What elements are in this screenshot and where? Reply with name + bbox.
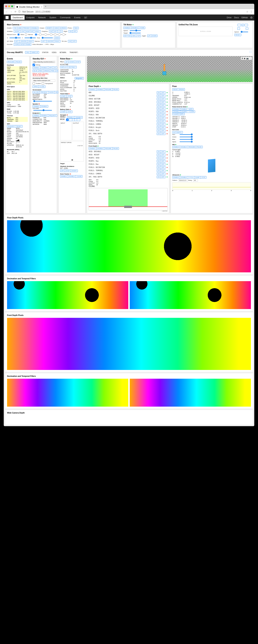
tilt-motor-enable[interactable]: ENABLE bbox=[124, 26, 131, 29]
toggle-on[interactable]: ON bbox=[157, 94, 161, 97]
color-pink[interactable]: PINK bbox=[50, 70, 55, 72]
more-icon[interactable]: ⋯ bbox=[249, 57, 251, 60]
kickstand-deploy[interactable]: DEPLOY bbox=[60, 66, 68, 68]
output-h264[interactable]: H264 bbox=[54, 27, 59, 29]
close-window[interactable] bbox=[5, 6, 7, 7]
floor-resume[interactable]: RESUME bbox=[104, 88, 112, 91]
endpoint-enable[interactable]: ENABLE bbox=[32, 114, 40, 117]
graphics-on[interactable]: ON bbox=[49, 30, 53, 32]
new-tab-button[interactable]: + bbox=[45, 5, 46, 8]
toggle-on[interactable]: ON bbox=[157, 110, 161, 113]
floor-enable[interactable]: ENABLE bbox=[88, 88, 96, 91]
url-text[interactable]: 10.0.1.23:8080 bbox=[35, 10, 244, 13]
ultrasonic-cycle[interactable]: CYCLE bbox=[188, 176, 194, 178]
toggle-off[interactable]: OFF bbox=[161, 157, 166, 159]
zoom-1[interactable] bbox=[35, 33, 37, 36]
wifi-request[interactable]: REQUEST bbox=[7, 125, 16, 128]
pole-down[interactable]: DOWN bbox=[68, 61, 75, 63]
color-green[interactable]: GREEN bbox=[43, 70, 50, 72]
debug-disable[interactable]: DISABLE bbox=[40, 66, 48, 69]
chrome-debug-link[interactable]: Debug with Chrome: 10.0.1.23:5555 bbox=[32, 73, 55, 76]
volume-slider[interactable] bbox=[33, 110, 52, 110]
tilt-motor-disable[interactable]: DISABLE bbox=[131, 26, 139, 29]
antialias-low[interactable]: LOW bbox=[20, 30, 25, 32]
toggle-off[interactable]: OFF bbox=[161, 117, 166, 119]
zoom-narrow-radio[interactable] bbox=[25, 33, 27, 36]
antialias-none[interactable]: NONE bbox=[14, 30, 20, 32]
qcwide-right[interactable]: RIGHT bbox=[27, 40, 34, 42]
nav-github[interactable]: GitHub bbox=[242, 16, 248, 18]
webrtc-call[interactable]: CALL bbox=[25, 51, 30, 54]
forward-icon[interactable]: → bbox=[10, 10, 12, 13]
ultrasonic-disable[interactable]: DISABLE bbox=[180, 176, 188, 178]
jiggle-down[interactable]: DOWN bbox=[151, 35, 158, 37]
toggle-on[interactable]: ON bbox=[157, 130, 161, 132]
ultrasonic-stop[interactable]: STOP bbox=[200, 176, 206, 178]
antialias-adaptive[interactable]: ADAPTIVE bbox=[25, 30, 34, 32]
toggle-on[interactable]: ON bbox=[157, 92, 161, 94]
debug-enable[interactable]: ENABLE bbox=[32, 66, 40, 69]
imu-disable[interactable]: DISABLE bbox=[180, 146, 188, 148]
imu-enable[interactable]: ENABLE bbox=[172, 146, 180, 148]
pose-reset-origin[interactable]: RESET ORIGIN bbox=[172, 88, 185, 91]
bookmark-icon[interactable]: ☆ bbox=[246, 10, 248, 13]
zoom-1.5[interactable] bbox=[44, 33, 47, 36]
imu-resume[interactable]: RESUME bbox=[188, 146, 196, 148]
obstacle-stop[interactable]: STOP bbox=[65, 170, 70, 172]
wifi-reset[interactable]: RESET bbox=[16, 125, 23, 128]
toggle-off[interactable]: OFF bbox=[161, 126, 166, 129]
front-enable[interactable]: ENABLE bbox=[88, 147, 96, 150]
toggle-on[interactable]: ON bbox=[157, 101, 161, 103]
travel-stop[interactable]: STOP bbox=[66, 95, 72, 97]
alpha-slider[interactable] bbox=[180, 142, 193, 142]
auto-color-button[interactable]: AUTOMATIC bbox=[172, 131, 183, 134]
debug-go[interactable]: GO bbox=[53, 66, 57, 69]
events-pause[interactable]: PAUSE bbox=[15, 61, 22, 63]
battery-start[interactable]: START bbox=[60, 110, 66, 113]
tilt-on[interactable]: ON bbox=[68, 40, 72, 42]
screensaver-allow[interactable]: ALLOW bbox=[32, 91, 40, 94]
pattern-input[interactable] bbox=[178, 179, 188, 182]
events-resume[interactable]: RESUME bbox=[7, 61, 15, 63]
ptz-left[interactable]: ← bbox=[238, 24, 241, 26]
navigate-disable[interactable]: DISABLE bbox=[74, 116, 83, 118]
enable-720[interactable]: 720 bbox=[13, 27, 17, 29]
grid-icon[interactable]: ⊞ bbox=[242, 57, 243, 60]
nav-network[interactable]: Network bbox=[36, 15, 48, 20]
antialias-heavy[interactable]: HEAVY bbox=[34, 30, 41, 32]
toggle-off[interactable]: OFF bbox=[161, 107, 166, 110]
reload-icon[interactable]: ⟳ bbox=[14, 10, 16, 13]
dots-enable-wipe[interactable]: ENABLE + WIPE bbox=[180, 108, 194, 110]
narrow-center[interactable]: CENTER bbox=[46, 40, 54, 42]
toggle-off[interactable]: OFF bbox=[161, 166, 166, 169]
zoom-wide-radio[interactable] bbox=[17, 33, 20, 36]
color-blue[interactable]: BLUE bbox=[32, 70, 38, 72]
debug-wifi[interactable]: WIFI bbox=[48, 66, 53, 69]
nav-commands[interactable]: Commands bbox=[58, 15, 72, 20]
expand-icon[interactable]: ⛶ bbox=[250, 51, 252, 53]
toggle-on[interactable]: ON bbox=[157, 132, 161, 135]
enable-1080[interactable]: 1080 bbox=[17, 27, 22, 29]
toggle-on[interactable]: ON bbox=[157, 157, 161, 159]
obstacle-off[interactable]: OFF bbox=[60, 170, 65, 172]
narrow-left[interactable]: LEFT bbox=[41, 40, 46, 42]
front-resume[interactable]: RESUME bbox=[104, 147, 112, 150]
delay-input[interactable] bbox=[193, 179, 198, 182]
ptz-right[interactable]: → bbox=[244, 24, 248, 26]
toggle-on[interactable]: ON bbox=[157, 150, 161, 153]
toggle-on[interactable]: ON bbox=[157, 126, 161, 129]
floor-disable[interactable]: DISABLE bbox=[96, 88, 104, 91]
nav-qc[interactable]: QC bbox=[82, 15, 89, 20]
toggle-on[interactable]: ON bbox=[157, 114, 161, 116]
standby-url-input[interactable] bbox=[32, 61, 55, 63]
toggle-off[interactable]: OFF bbox=[161, 130, 166, 132]
minimize-window[interactable] bbox=[8, 6, 10, 7]
pole-up[interactable]: UP bbox=[64, 61, 68, 63]
power-icon[interactable]: ⏻ bbox=[250, 16, 252, 18]
nav-events[interactable]: Events bbox=[72, 15, 82, 20]
time-slider[interactable] bbox=[42, 38, 53, 38]
toggle-off[interactable]: OFF bbox=[161, 172, 166, 175]
webrtc-hang-up[interactable]: HANG UP bbox=[30, 51, 39, 54]
tilt-target-bottom[interactable]: BOTTOM bbox=[124, 35, 132, 37]
ptz-center[interactable]: ● bbox=[242, 24, 244, 26]
